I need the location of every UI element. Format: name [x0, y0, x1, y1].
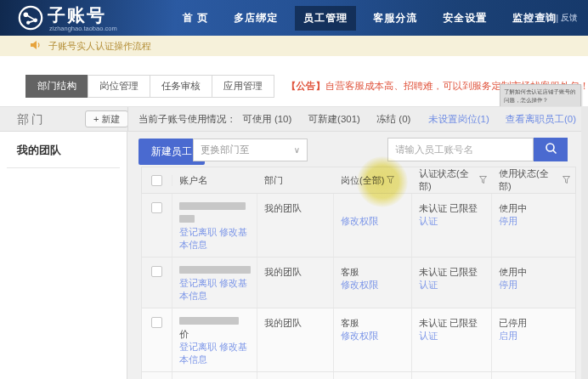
- tab-position-mgmt[interactable]: 岗位管理: [88, 75, 150, 98]
- usage-cell: 已停用 启用: [492, 308, 575, 371]
- change-dept-select[interactable]: 更换部门至 ∨: [193, 139, 308, 161]
- stat-frozen: 冻结 (0): [376, 114, 410, 124]
- help-link[interactable]: 帮助: [536, 12, 553, 24]
- tab-app-mgmt[interactable]: 应用管理: [212, 75, 274, 98]
- edit-permissions-link[interactable]: 修改权限: [341, 215, 406, 228]
- position-cell: 修改权限: [334, 194, 412, 257]
- auth-cell: 未认证 已限登 认证: [412, 194, 492, 257]
- redacted-account-name: [179, 266, 251, 274]
- row-action-links[interactable]: 登记离职 修改基本信息: [179, 341, 252, 366]
- speaker-icon: [31, 38, 42, 54]
- authenticate-link[interactable]: 认证: [419, 215, 486, 228]
- usage-cell: 使用中 停用: [492, 194, 575, 257]
- edit-permissions-link[interactable]: 修改权限: [341, 279, 406, 291]
- filter-icon[interactable]: [479, 175, 487, 185]
- row-checkbox[interactable]: [151, 317, 162, 328]
- stat-creatable: 可新建(301): [308, 114, 360, 124]
- nav-menu: 首 页 多店绑定 员工管理 客服分流 安全设置 监控查询: [174, 0, 565, 36]
- nav-item-service-routing[interactable]: 客服分流: [365, 6, 426, 31]
- stat-available: 可使用 (10): [242, 114, 291, 124]
- top-nav: 子账号 zizhanghao.taobao.com 首 页 多店绑定 员工管理 …: [0, 0, 588, 36]
- authenticate-link[interactable]: 认证: [419, 279, 486, 291]
- edit-permissions-link[interactable]: 修改权限: [341, 330, 406, 342]
- dept-strip-links: 未设置岗位(1) 查看离职员工(0): [415, 107, 576, 131]
- redacted-account-name: [179, 202, 246, 210]
- toggle-status-link[interactable]: 停用: [499, 215, 570, 228]
- scrollbar-track[interactable]: [581, 106, 588, 379]
- nav-item-security[interactable]: 安全设置: [434, 6, 495, 31]
- divider: [7, 167, 120, 168]
- dept-cell: 我的团队: [257, 308, 334, 371]
- header-auth-filter[interactable]: 认证状态(全部): [412, 167, 492, 193]
- header-account: 账户名: [172, 174, 257, 187]
- row-checkbox[interactable]: [151, 266, 162, 277]
- app-title[interactable]: 子账号: [48, 3, 106, 27]
- app-domain: zizhanghao.taobao.com: [49, 25, 117, 32]
- usage-cell: 已停用 启用: [492, 372, 575, 379]
- filter-icon[interactable]: [563, 175, 570, 185]
- account-cell: 登记离职 修改基本信息: [172, 194, 257, 257]
- redacted-account-name: [179, 215, 195, 223]
- nav-item-home[interactable]: 首 页: [174, 6, 217, 31]
- account-cell: 登记离职 修改基本信息: [172, 257, 257, 308]
- dept-title: 部门: [17, 107, 46, 131]
- table-row: 登记离职 修改基本信息 我的团队 客服 修改权限 未认证 已限登 认证 已停用 …: [141, 372, 576, 379]
- divider: |: [556, 14, 558, 23]
- faq-tooltip-text: 了解如何去认证店铺子账号的问题，怎么操作？: [504, 88, 576, 103]
- new-dept-button[interactable]: + 新建: [85, 110, 128, 127]
- resigned-employees-link[interactable]: 查看离职员工(0): [506, 114, 576, 124]
- feedback-link[interactable]: 反馈: [561, 12, 578, 24]
- main-content: 新建员工 更换部门至 ∨ 账户名 部门 岗位(全部): [127, 132, 588, 379]
- nav-item-multistore[interactable]: 多店绑定: [225, 6, 286, 31]
- notice-bar: 子账号实人认证操作流程: [0, 36, 588, 56]
- table-header: 账户名 部门 岗位(全部) 认证状态(全部) 使用状态(全部): [141, 167, 576, 194]
- notice-link[interactable]: 子账号实人认证操作流程: [48, 40, 151, 53]
- filter-icon[interactable]: [387, 175, 394, 185]
- divider: [127, 107, 128, 131]
- dept-strip: 部门 + 新建 当前子账号使用情况： 可使用 (10) 可新建(301) 冻结 …: [0, 106, 588, 132]
- header-position-filter[interactable]: 岗位(全部): [334, 174, 412, 187]
- account-cell: 登记离职 修改基本信息: [172, 372, 257, 379]
- nav-item-employee-mgmt[interactable]: 员工管理: [295, 6, 356, 31]
- tabs-row: 部门结构 岗位管理 任务审核 应用管理 【公告】自营客服成本高、招聘难，可以到服…: [25, 75, 576, 98]
- logo-icon[interactable]: [17, 4, 44, 35]
- tab-task-review[interactable]: 任务审核: [150, 75, 212, 98]
- dept-cell: 我的团队: [257, 257, 334, 308]
- tab-dept-structure[interactable]: 部门结构: [25, 75, 88, 98]
- employee-search: [387, 138, 568, 161]
- position-cell: 客服 修改权限: [334, 372, 412, 379]
- position-cell: 客服 修改权限: [334, 308, 412, 371]
- usage-cell: 使用中 停用: [492, 257, 575, 308]
- dept-sidebar: 我的团队: [0, 132, 127, 379]
- dept-cell: 我的团队: [257, 194, 334, 257]
- sidebar-item-my-team[interactable]: 我的团队: [17, 143, 127, 158]
- table-row: 登记离职 修改基本信息 我的团队 修改权限 未认证 已限登 认证 使用中 停用: [141, 194, 576, 257]
- no-position-link[interactable]: 未设置岗位(1): [428, 114, 489, 124]
- select-all-checkbox[interactable]: [151, 175, 162, 186]
- account-usage-info: 当前子账号使用情况： 可使用 (10) 可新建(301) 冻结 (0): [139, 107, 424, 131]
- search-icon: [545, 142, 557, 157]
- row-action-links[interactable]: 登记离职 修改基本信息: [179, 226, 252, 252]
- announcement-prefix: 【公告】: [286, 81, 325, 91]
- dept-cell: 我的团队: [257, 372, 334, 379]
- row-checkbox[interactable]: [151, 202, 162, 213]
- help-feedback: 帮助 | 反馈: [524, 12, 578, 24]
- employee-table: 账户名 部门 岗位(全部) 认证状态(全部) 使用状态(全部) 登记离职: [141, 167, 576, 379]
- header-dept: 部门: [257, 174, 334, 187]
- table-row: 登记离职 修改基本信息 我的团队 客服 修改权限 未认证 已限登 认证 使用中 …: [141, 257, 576, 308]
- row-action-links[interactable]: 登记离职 修改基本信息: [179, 277, 252, 303]
- usage-label: 当前子账号使用情况：: [139, 114, 236, 124]
- toggle-status-link[interactable]: 停用: [499, 279, 570, 291]
- search-input[interactable]: [387, 138, 534, 161]
- change-dept-value: 更换部门至: [201, 144, 250, 155]
- table-row: 价 登记离职 修改基本信息 我的团队 客服 修改权限 未认证 已限登 认证 已停…: [141, 308, 576, 372]
- header-usage-filter[interactable]: 使用状态(全部): [492, 167, 575, 193]
- account-cell: 价 登记离职 修改基本信息: [172, 308, 257, 371]
- auth-cell: 未认证 已限登 认证: [412, 372, 492, 379]
- search-button[interactable]: [534, 138, 568, 161]
- page: 子账号 zizhanghao.taobao.com 首 页 多店绑定 员工管理 …: [0, 0, 588, 379]
- authenticate-link[interactable]: 认证: [419, 330, 486, 342]
- toggle-status-link[interactable]: 启用: [499, 330, 570, 342]
- auth-cell: 未认证 已限登 认证: [412, 257, 492, 308]
- redacted-account-name: [179, 317, 239, 325]
